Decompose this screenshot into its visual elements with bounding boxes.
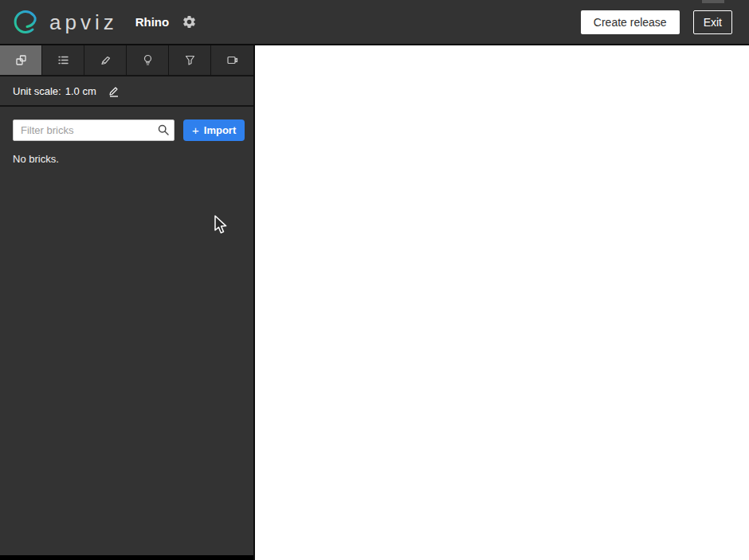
tab-bricks[interactable] [0,45,42,75]
camera-icon [225,53,239,67]
brand: apviz [11,8,118,37]
exit-button[interactable]: Exit [693,10,732,34]
unit-scale-label: Unit scale: [13,85,61,97]
import-button[interactable]: + Import [183,119,245,141]
top-bar: apviz Rhino Create release Exit [0,0,749,45]
edit-unit-scale-icon[interactable] [108,84,120,97]
search-field [13,119,175,141]
list-icon [57,53,70,67]
mouse-cursor [214,215,229,236]
filter-row: + Import [13,119,241,141]
tab-list[interactable] [42,45,84,75]
pen-icon [99,53,112,67]
funnel-icon [183,53,197,67]
app-root: apviz Rhino Create release Exit [0,0,749,560]
filter-bricks-input[interactable] [13,119,175,141]
bricks-panel: + Import No bricks. [0,107,253,165]
workspace-name: Rhino [135,15,170,29]
settings-gear-icon[interactable] [182,14,197,29]
unit-scale-text: Unit scale: 1.0 cm [13,85,96,97]
sidebar-toolbar [0,45,253,76]
unit-scale-value: 1.0 cm [65,85,96,97]
top-edge-fragment [702,0,724,3]
import-button-label: Import [204,124,236,136]
viewport-canvas[interactable] [255,45,749,560]
tab-filters[interactable] [169,45,211,75]
sidebar: Unit scale: 1.0 cm [0,45,255,560]
empty-state-message: No bricks. [13,153,241,165]
plus-icon: + [192,124,199,136]
tab-lighting[interactable] [127,45,169,75]
unit-scale-row: Unit scale: 1.0 cm [0,76,253,107]
brand-wordmark: apviz [49,12,118,33]
bulb-icon [141,53,155,67]
apviz-logo-icon [11,8,41,37]
tab-materials[interactable] [84,45,127,75]
bricks-icon [14,53,28,67]
create-release-button[interactable]: Create release [581,10,680,34]
tab-camera[interactable] [211,45,253,75]
